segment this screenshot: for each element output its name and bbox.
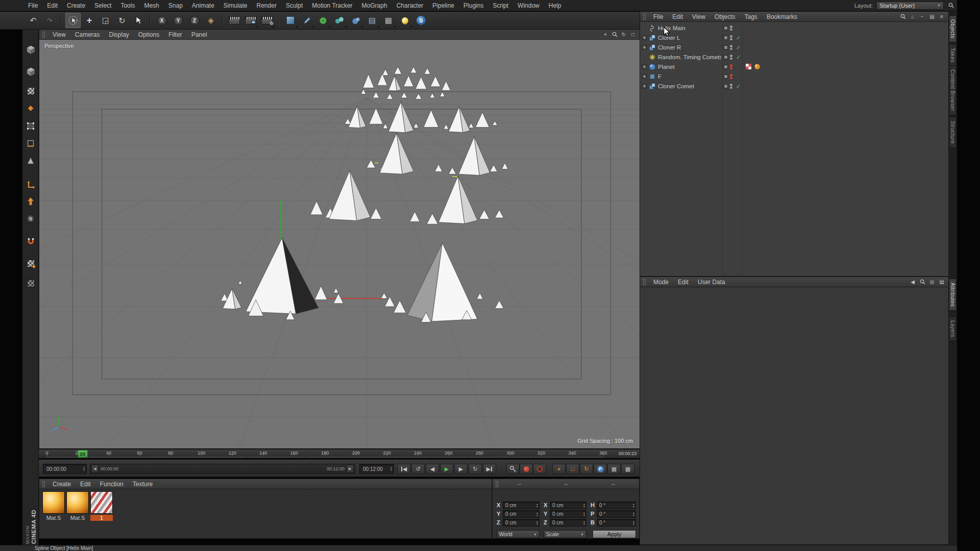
expand-icon[interactable]: + — [642, 65, 647, 69]
spinner-icon[interactable]: ▴▾ — [631, 503, 634, 508]
range-left-handle[interactable]: ◀ — [91, 465, 99, 473]
spinner-icon[interactable]: ▴▾ — [82, 466, 85, 471]
panel-tab-objects[interactable]: Objects — [949, 15, 957, 42]
expand-icon[interactable]: + — [642, 74, 647, 79]
redo-button[interactable]: ↷ — [42, 13, 57, 28]
position-y-field[interactable]: 0 cm▴▾ — [503, 510, 540, 518]
enable-axis-mode-icon[interactable] — [23, 178, 38, 192]
material-thumbnail[interactable] — [90, 491, 113, 514]
visibility-dots[interactable] — [730, 84, 732, 89]
last-tool-used[interactable] — [131, 13, 146, 28]
panel-grip[interactable] — [643, 13, 646, 20]
menu-simulate[interactable]: Simulate — [219, 1, 252, 10]
camera-label[interactable]: Perspective — [44, 43, 74, 49]
viewport-menu-filter[interactable]: Filter — [164, 30, 187, 39]
search-icon[interactable] — [947, 2, 954, 9]
material-tag-icon[interactable] — [754, 63, 761, 70]
menu-tools[interactable]: Tools — [116, 1, 139, 10]
transport-keyframe-position[interactable]: + — [552, 464, 566, 474]
transport-play-loop[interactable]: ↻ — [469, 464, 482, 474]
viewport-canvas[interactable] — [39, 40, 640, 448]
material-name[interactable]: Mat.S — [66, 515, 89, 521]
object-row-f[interactable]: +F — [640, 72, 948, 82]
coord-header-2[interactable]: -- — [565, 481, 568, 487]
menu-pipeline[interactable]: Pipeline — [428, 1, 459, 10]
layer-chip[interactable] — [724, 74, 728, 79]
layer-chip[interactable] — [724, 36, 728, 40]
viewport-menu-options[interactable]: Options — [134, 30, 164, 39]
enabled-check-icon[interactable]: ✓ — [736, 54, 741, 61]
add-symmetry-generator[interactable] — [332, 13, 347, 28]
menu-mograph[interactable]: MoGraph — [357, 1, 392, 10]
transport-record-active-objects[interactable] — [520, 464, 533, 474]
panel-grip[interactable] — [643, 279, 646, 285]
spinner-icon[interactable]: ▴▾ — [582, 520, 585, 525]
menu-sculpt[interactable]: Sculpt — [281, 1, 307, 10]
viewport-menu-cameras[interactable]: Cameras — [70, 30, 105, 39]
material-thumbnail[interactable] — [66, 491, 89, 514]
add-environment[interactable]: ▤ — [364, 13, 380, 28]
rotation-p-field[interactable]: 0 °▴▾ — [597, 510, 636, 518]
edit-render-settings-button[interactable]: ⚙ — [259, 13, 275, 28]
pan-view-icon[interactable]: + — [602, 31, 609, 38]
spinner-icon[interactable]: ▴▾ — [631, 520, 634, 525]
rotate-tool[interactable]: ↻ — [114, 13, 130, 28]
points-mode-icon[interactable] — [23, 119, 38, 133]
zoom-view-icon[interactable] — [611, 31, 618, 38]
transport-keyframe-scale[interactable]: □ — [566, 464, 579, 474]
make-editable-icon[interactable] — [23, 42, 38, 57]
sketch-material-tool[interactable]: S — [413, 13, 429, 28]
transport-goto-end[interactable]: ▶ — [483, 464, 496, 474]
timeline-ruler[interactable]: 0204060801001201401601802002202402602803… — [39, 449, 640, 458]
lock-x-axis[interactable]: X — [154, 13, 169, 28]
object-row-cloner-l[interactable]: +Cloner L✓ — [640, 33, 948, 43]
transport-next-frame[interactable]: ▶ — [454, 464, 468, 474]
material-menu-function[interactable]: Function — [95, 480, 128, 489]
texture-mode-icon[interactable] — [23, 84, 38, 98]
object-row-helix-main[interactable]: +Helix Main — [640, 23, 948, 33]
menu-snap[interactable]: Snap — [164, 1, 187, 10]
normal-move-tool-icon[interactable] — [23, 194, 38, 209]
add-spline-pen[interactable] — [299, 13, 314, 28]
layer-chip[interactable] — [724, 26, 728, 30]
object-name[interactable]: Cloner Comet — [658, 83, 694, 89]
expand-icon[interactable]: + — [642, 36, 647, 40]
polygons-mode-icon[interactable] — [23, 154, 38, 168]
enabled-check-icon[interactable]: ✓ — [736, 44, 741, 51]
transport-play-backwards[interactable]: ↺ — [411, 464, 425, 474]
visibility-dots[interactable] — [730, 64, 732, 69]
object-name[interactable]: Helix Main — [658, 25, 685, 31]
settings-icon[interactable]: ▤ — [938, 279, 945, 286]
model-mode-icon[interactable] — [23, 64, 38, 79]
menu-animate[interactable]: Animate — [187, 1, 219, 10]
spinner-icon[interactable]: ▴▾ — [582, 503, 585, 508]
panel-tab-layers[interactable]: Layers — [949, 316, 957, 341]
material-item-3[interactable]: 1 — [90, 491, 113, 521]
transport-keyframe-pla[interactable]: ▦ — [607, 464, 621, 474]
material-item-1[interactable]: Mat.S — [42, 491, 65, 521]
viewport-menu-view[interactable]: View — [48, 30, 70, 39]
coord-header-3[interactable]: -- — [611, 481, 615, 487]
render-to-picture-viewer-button[interactable] — [243, 13, 258, 28]
visibility-dots[interactable] — [730, 45, 732, 50]
om-menu-tags[interactable]: Tags — [740, 12, 762, 21]
spinner-icon[interactable]: ▴▾ — [389, 466, 392, 471]
material-name[interactable]: 1 — [90, 515, 113, 521]
position-z-field[interactable]: 0 cm▴▾ — [503, 519, 540, 527]
spinner-icon[interactable]: ▴▾ — [582, 512, 585, 517]
search-icon[interactable] — [919, 279, 926, 286]
size-x-field[interactable]: 0 cm▴▾ — [550, 502, 586, 509]
om-menu-edit[interactable]: Edit — [668, 12, 688, 21]
material-name[interactable]: Mat.S — [42, 515, 65, 521]
viewport-panel[interactable]: ViewCamerasDisplayOptionsFilterPanel +↻□… — [39, 30, 640, 448]
om-menu-bookmarks[interactable]: Bookmarks — [762, 12, 802, 21]
panel-tab-structure[interactable]: Structure — [949, 117, 957, 148]
size-z-field[interactable]: 0 cm▴▾ — [550, 519, 586, 527]
current-frame-field[interactable]: 00:00:00 ▴▾ — [43, 464, 87, 474]
enabled-check-icon[interactable]: ✓ — [736, 35, 741, 41]
om-menu-objects[interactable]: Objects — [710, 12, 740, 21]
transport-keyframe-settings[interactable]: ▩ — [621, 464, 634, 474]
panel-grip[interactable] — [42, 31, 45, 38]
om-menu-file[interactable]: File — [649, 12, 668, 21]
material-menu-create[interactable]: Create — [48, 480, 76, 489]
